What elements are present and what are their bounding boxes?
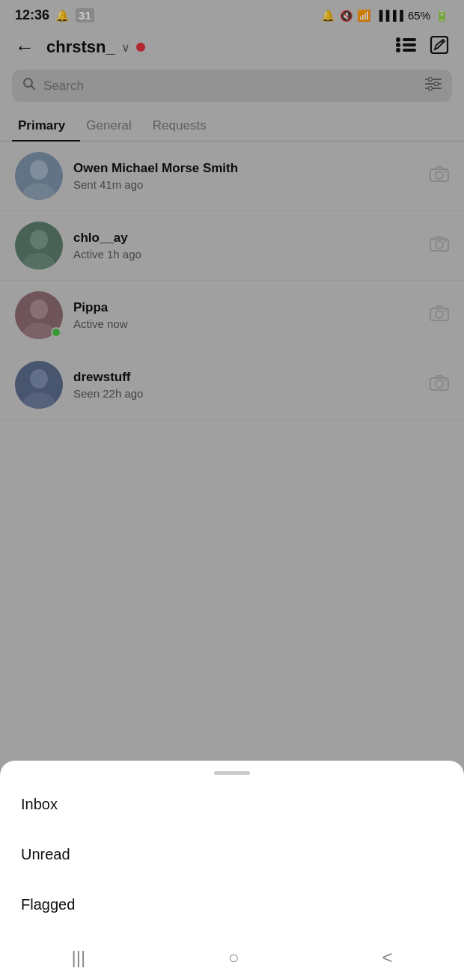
nav-home-button[interactable]: ○ bbox=[213, 940, 254, 976]
nav-recents-button[interactable]: ||| bbox=[56, 940, 100, 976]
sheet-handle bbox=[0, 761, 464, 779]
sheet-item-unread[interactable]: Unread bbox=[0, 830, 464, 880]
sheet-item-inbox[interactable]: Inbox bbox=[0, 779, 464, 830]
nav-back-button[interactable]: < bbox=[367, 940, 408, 976]
navigation-bar: ||| ○ < bbox=[0, 935, 464, 980]
drag-handle bbox=[214, 771, 250, 775]
sheet-item-flagged[interactable]: Flagged bbox=[0, 880, 464, 930]
bottom-sheet: Inbox Unread Flagged Subscribers ||| ○ < bbox=[0, 761, 464, 980]
